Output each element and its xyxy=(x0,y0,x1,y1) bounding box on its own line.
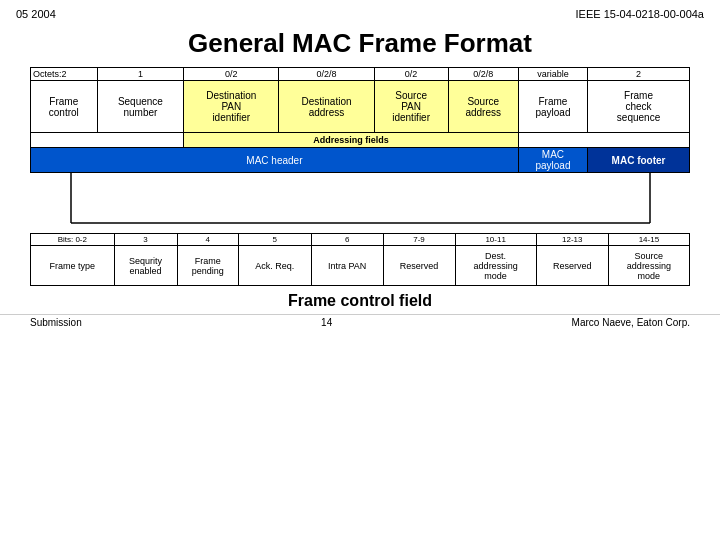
footer-left: Submission xyxy=(30,317,82,328)
bottom-table: Bits: 0-2 3 4 5 6 7-9 10-11 12-13 14-15 … xyxy=(30,233,690,286)
header-left: 05 2004 xyxy=(16,8,56,20)
footer-right: Marco Naeve, Eaton Corp. xyxy=(572,317,690,328)
bits-row: Bits: 0-2 3 4 5 6 7-9 10-11 12-13 14-15 xyxy=(31,234,690,246)
octets-row: Octets:2 1 0/2 0/2/8 0/2 0/2/8 variable … xyxy=(31,68,690,81)
page-title: General MAC Frame Format xyxy=(0,28,720,59)
values-row: Frame type Sequrityenabled Framepending … xyxy=(31,246,690,286)
mac-row: MAC header MACpayload MAC footer xyxy=(31,148,690,173)
labels-row: Framecontrol Sequencenumber DestinationP… xyxy=(31,81,690,133)
header-right: IEEE 15-04-0218-00-004a xyxy=(576,8,704,20)
footer-center: 14 xyxy=(321,317,332,328)
addressing-row: Addressing fields xyxy=(31,133,690,148)
arrow-svg xyxy=(30,173,690,233)
arrow-area xyxy=(30,173,690,233)
footer: Submission 14 Marco Naeve, Eaton Corp. xyxy=(0,314,720,330)
top-table: Octets:2 1 0/2 0/2/8 0/2 0/2/8 variable … xyxy=(30,67,690,173)
subtitle: Frame control field xyxy=(0,292,720,310)
diagram-area: Octets:2 1 0/2 0/2/8 0/2 0/2/8 variable … xyxy=(30,67,690,286)
